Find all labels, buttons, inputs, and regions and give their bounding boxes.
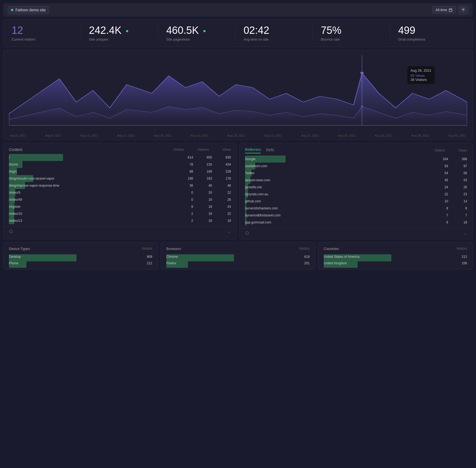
browser-value: 619 <box>304 255 310 259</box>
ref-row-views: 8 <box>448 206 467 210</box>
referrers-panel-header: Referrers Refs Visitors Views <box>240 143 472 156</box>
ref-row-label: app.gumroad.com <box>245 220 429 224</box>
main-chart[interactable] <box>9 55 467 131</box>
countries-title: Countries <box>324 247 339 251</box>
live-dot-uniques <box>126 30 128 32</box>
bottom-panels: Device Types Visitors Desktop 809 Phone … <box>3 242 473 269</box>
list-item[interactable]: Chrome 619 <box>161 253 315 260</box>
content-row-views: 19 <box>212 219 231 223</box>
table-row[interactable]: /video/49 0 19 26 <box>4 196 236 203</box>
tab-referrers[interactable]: Referrers <box>245 147 261 153</box>
table-row[interactable]: dynamodbforlaravel.com 7 7 <box>240 212 472 219</box>
content-row-label: /video/10 <box>9 212 174 216</box>
svg-line-9 <box>12 232 13 233</box>
stat-value-site-pageviews: 460.5K <box>166 25 233 36</box>
tooltip-views: 55 Views <box>411 74 431 78</box>
content-row-views: 48 <box>212 184 231 187</box>
table-row[interactable]: usefathom.com 83 97 <box>240 163 472 170</box>
table-row[interactable]: /register 8 18 24 <box>4 203 236 210</box>
table-row[interactable]: / 614 655 835 <box>4 154 236 161</box>
table-row[interactable]: dyrynda.com.au 22 23 <box>240 191 472 198</box>
content-row-viewers: 40 <box>193 184 212 187</box>
tooltip-date: Aug 28, 2021 <box>411 68 431 72</box>
device-types-panel: Device Types Visitors Desktop 809 Phone … <box>3 242 158 269</box>
table-row[interactable]: /blog/should-i-use-laravel-vapor 156 163… <box>4 175 236 182</box>
ref-row-visitors: 22 <box>429 192 448 196</box>
ref-row-views: 14 <box>448 199 467 203</box>
table-row[interactable]: serversforhackers.com 8 8 <box>240 205 472 212</box>
ref-row-visitors: 8 <box>429 206 448 210</box>
table-row[interactable]: jackellis.me 24 26 <box>240 184 472 191</box>
ref-row-views: 388 <box>448 157 467 161</box>
ref-row-views: 58 <box>448 171 467 175</box>
content-panel-title: Content <box>9 147 22 152</box>
list-item[interactable]: United States of America 212 <box>318 253 472 260</box>
ref-col-views: Views <box>458 149 467 152</box>
content-next-arrow[interactable]: → <box>227 230 231 235</box>
table-row[interactable]: app.gumroad.com 6 18 <box>240 219 472 226</box>
stat-value-avg-time: 02:42 <box>243 25 310 36</box>
stat-bounce-rate: 75% Bounce rate <box>312 25 387 41</box>
content-row-label: /blog/should-i-use-laravel-vapor <box>9 177 174 180</box>
stat-site-pageviews: 460.5K Site pageviews <box>158 25 233 41</box>
content-col-viewers: Viewers <box>197 148 209 151</box>
tab-refs[interactable]: Refs <box>266 148 274 153</box>
stat-label-site-uniques: Site uniques <box>89 37 155 41</box>
device-types-title: Device Types <box>9 247 30 251</box>
content-row-label: /home <box>9 163 174 166</box>
alltime-button[interactable]: All time <box>432 6 456 14</box>
ref-row-visitors: 6 <box>429 220 448 224</box>
country-rows: United States of America 212 United King… <box>318 253 472 266</box>
browser-label: Chrome <box>166 255 304 259</box>
country-label: United Kingdom <box>324 261 462 265</box>
ref-next-arrow[interactable]: → <box>463 231 467 236</box>
settings-button[interactable] <box>458 5 468 14</box>
table-row[interactable]: Twitter 54 58 <box>240 170 472 177</box>
svg-point-4 <box>463 9 464 10</box>
table-row[interactable]: /video/13 2 18 19 <box>4 217 236 224</box>
ref-search-icon[interactable] <box>245 231 249 236</box>
live-dot-pageviews <box>203 30 206 32</box>
content-search-icon[interactable] <box>9 229 13 235</box>
table-row[interactable]: /blog/improve-vapor-response-time 36 40 … <box>4 182 236 189</box>
content-row-label: / <box>9 156 174 159</box>
table-row[interactable]: /video/9 0 20 22 <box>4 189 236 196</box>
content-row-entries: 78 <box>174 163 193 166</box>
chart-container: Aug 28, 2021 55 Views 28 Visitors Aug 6,… <box>3 50 473 140</box>
table-row[interactable]: laravel-news.com 45 53 <box>240 177 472 184</box>
table-row[interactable]: Google 334 388 <box>240 156 472 163</box>
content-row-viewers: 655 <box>193 156 212 159</box>
device-types-col: Visitors <box>142 247 152 251</box>
list-item[interactable]: Firefox 201 <box>161 260 315 266</box>
ref-col-visitors: Visitors <box>434 149 445 152</box>
chart-x-axis: Aug 6, 2021 Aug 8, 2021 Aug 10, 2021 Aug… <box>9 132 467 137</box>
svg-point-7 <box>361 106 363 107</box>
content-row-entries: 2 <box>174 219 193 223</box>
table-row[interactable]: /login 88 189 228 <box>4 168 236 175</box>
stat-label-current-visitors: Current visitors <box>12 37 78 41</box>
site-selector[interactable]: Fathom demo site <box>8 6 49 14</box>
list-item[interactable]: Desktop 809 <box>4 253 158 260</box>
content-col-entries: Entries <box>174 148 184 151</box>
table-row[interactable]: github.com 10 14 <box>240 198 472 205</box>
content-row-views: 835 <box>212 156 231 159</box>
content-row-label: /video/49 <box>9 198 174 202</box>
stat-label-bounce-rate: Bounce rate <box>321 37 387 41</box>
list-item[interactable]: Phone 212 <box>4 260 158 266</box>
svg-point-10 <box>246 232 249 235</box>
stat-label-avg-time: Avg time on site <box>243 37 310 41</box>
browsers-header: Browsers Visitors <box>161 247 315 253</box>
content-panel-footer: → <box>4 226 236 238</box>
browser-label: Firefox <box>166 261 304 265</box>
table-row[interactable]: /home 78 216 434 <box>4 161 236 168</box>
header: Fathom demo site All time <box>3 3 473 17</box>
list-item[interactable]: United Kingdom 106 <box>318 260 472 266</box>
header-right: All time <box>432 5 468 14</box>
stat-current-visitors: 12 Current visitors <box>12 25 78 41</box>
content-row-entries: 156 <box>174 177 193 180</box>
content-panel-header: Content Entries Viewers Views <box>4 143 236 154</box>
ref-row-label: Twitter <box>245 171 429 175</box>
content-row-entries: 614 <box>174 156 193 159</box>
table-row[interactable]: /video/10 2 18 22 <box>4 210 236 217</box>
content-rows: / 614 655 835 /home 78 216 434 /login 88… <box>4 154 236 224</box>
